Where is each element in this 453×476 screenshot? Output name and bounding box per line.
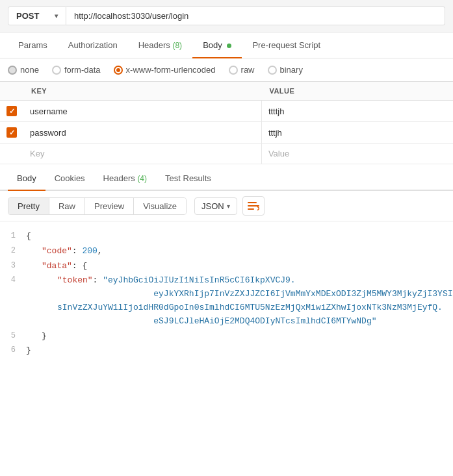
json-line-6: 6 } bbox=[0, 344, 453, 358]
url-bar: POST ▾ bbox=[0, 0, 453, 32]
radio-raw[interactable]: raw bbox=[229, 65, 255, 75]
table-row: ✓ username ttttjh bbox=[0, 101, 453, 122]
radio-circle-raw bbox=[229, 66, 238, 75]
table-row-empty: Key Value bbox=[0, 144, 453, 164]
col-value-header: VALUE bbox=[261, 82, 453, 101]
method-select[interactable]: POST ▾ bbox=[8, 6, 66, 25]
format-tab-pretty[interactable]: Pretty bbox=[8, 198, 49, 214]
checkbox-password[interactable]: ✓ bbox=[6, 127, 17, 138]
key-cell-username[interactable]: username bbox=[23, 101, 261, 122]
form-params-table: KEY VALUE ✓ username ttttjh ✓ bbox=[0, 82, 453, 164]
method-chevron: ▾ bbox=[55, 12, 58, 19]
response-tab-cookies[interactable]: Cookies bbox=[45, 167, 94, 190]
response-tabs: Body Cookies Headers (4) Test Results bbox=[0, 167, 453, 191]
tab-prerequest[interactable]: Pre-request Script bbox=[242, 32, 331, 58]
value-cell-password[interactable]: tttjh bbox=[261, 122, 453, 144]
response-tab-body[interactable]: Body bbox=[8, 167, 45, 190]
svg-rect-2 bbox=[248, 208, 254, 210]
format-tab-preview[interactable]: Preview bbox=[85, 198, 134, 214]
url-input[interactable] bbox=[66, 6, 445, 25]
response-tab-test-results[interactable]: Test Results bbox=[156, 167, 220, 190]
svg-rect-0 bbox=[248, 202, 257, 203]
radio-binary[interactable]: binary bbox=[268, 65, 303, 75]
json-line-4: 4 "token": "eyJhbGciOiJIUzI1NiIsInR5cCI6… bbox=[0, 273, 453, 329]
body-type-row: none form-data x-www-form-urlencoded raw… bbox=[0, 58, 453, 82]
radio-circle-form-data bbox=[52, 66, 61, 75]
request-tabs: Params Authorization Headers (8) Body Pr… bbox=[0, 32, 453, 58]
json-line-2: 2 "code": 200, bbox=[0, 244, 453, 259]
response-tab-headers[interactable]: Headers (4) bbox=[94, 167, 156, 190]
radio-x-www-form-urlencoded[interactable]: x-www-form-urlencoded bbox=[114, 65, 216, 75]
radio-form-data[interactable]: form-data bbox=[52, 65, 101, 75]
json-line-1: 1 { bbox=[0, 229, 453, 244]
body-dot-indicator bbox=[227, 44, 231, 48]
format-select[interactable]: JSON ▾ bbox=[194, 197, 237, 215]
format-select-arrow: ▾ bbox=[227, 203, 230, 210]
checkbox-username[interactable]: ✓ bbox=[6, 106, 17, 116]
json-line-5: 5 } bbox=[0, 329, 453, 344]
col-checkbox bbox=[0, 82, 23, 101]
method-label: POST bbox=[16, 11, 39, 21]
key-cell-password[interactable]: password bbox=[23, 122, 261, 144]
radio-none[interactable]: none bbox=[8, 65, 39, 75]
checkbox-cell-1[interactable]: ✓ bbox=[0, 101, 23, 122]
tab-body[interactable]: Body bbox=[192, 32, 242, 58]
radio-circle-urlencoded bbox=[114, 66, 123, 75]
col-key-header: KEY bbox=[23, 82, 261, 101]
json-viewer: 1 { 2 "code": 200, 3 "data": { 4 "token"… bbox=[0, 221, 453, 366]
format-tab-visualize[interactable]: Visualize bbox=[134, 198, 186, 214]
wrap-icon bbox=[248, 201, 259, 210]
radio-circle-binary bbox=[268, 66, 277, 75]
format-tabs: Pretty Raw Preview Visualize bbox=[8, 197, 187, 215]
format-tab-raw[interactable]: Raw bbox=[49, 198, 85, 214]
checkbox-cell-2[interactable]: ✓ bbox=[0, 122, 23, 144]
json-line-3: 3 "data": { bbox=[0, 259, 453, 274]
radio-circle-none bbox=[8, 66, 17, 75]
tab-headers[interactable]: Headers (8) bbox=[128, 32, 192, 58]
wrap-button[interactable] bbox=[242, 196, 265, 216]
tab-authorization[interactable]: Authorization bbox=[58, 32, 128, 58]
value-cell-username[interactable]: ttttjh bbox=[261, 101, 453, 122]
tab-params[interactable]: Params bbox=[8, 32, 58, 58]
format-row: Pretty Raw Preview Visualize JSON ▾ bbox=[0, 191, 453, 221]
table-row: ✓ password tttjh bbox=[0, 122, 453, 144]
